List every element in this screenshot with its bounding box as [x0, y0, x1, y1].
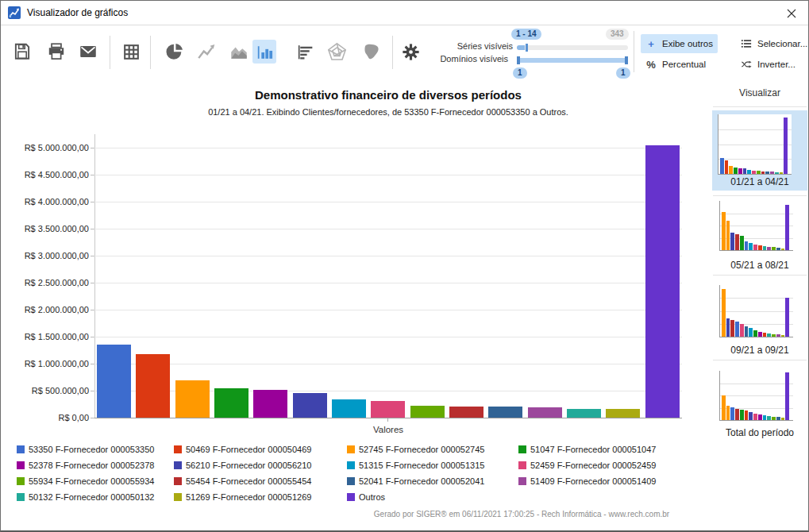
bar-15[interactable]	[645, 145, 680, 418]
legend-item: 55454 F-Fornecedor 000055454	[174, 476, 311, 486]
thumbnail-gridline	[720, 395, 793, 396]
pie-chart-button[interactable]	[163, 40, 187, 64]
chart-viewer-window: Visualizador de gráficos Séri	[0, 0, 809, 532]
thumbnail-bar	[785, 372, 789, 420]
gridline	[94, 310, 682, 310]
legend-item: 51315 F-Fornecedor 000051315	[347, 461, 484, 470]
inverter-button[interactable]: Inverter...	[736, 55, 800, 74]
legend-swatch	[518, 461, 526, 469]
bar-6[interactable]	[293, 393, 327, 418]
legend-label: 52041 F-Fornecedor 000052041	[359, 476, 484, 486]
save-icon	[12, 41, 33, 62]
selecionar-button[interactable]: Selecionar...	[736, 34, 809, 53]
legend-swatch	[17, 477, 25, 485]
thumbnail-bar	[785, 205, 789, 250]
thumbnail-label-3[interactable]: 09/21 a 09/21	[712, 345, 807, 356]
domain-max-badge: 1	[616, 67, 630, 79]
print-button[interactable]	[44, 40, 68, 64]
y-tick-mark	[91, 337, 94, 337]
percentual-button[interactable]: % Percentual	[641, 55, 711, 74]
legend-item: 55934 F-Fornecedor 000055934	[17, 476, 154, 486]
legend-swatch	[174, 493, 182, 501]
bar-11[interactable]	[488, 407, 522, 418]
bar-9[interactable]	[410, 406, 445, 418]
brazil-map-button[interactable]	[359, 40, 383, 64]
toolbar-separator	[634, 31, 634, 72]
exibe-outros-button[interactable]: + Exibe outros	[641, 34, 718, 53]
table-view-button[interactable]	[119, 40, 143, 64]
gridline	[94, 364, 682, 364]
bar-12[interactable]	[528, 407, 562, 418]
toolbar-separator	[110, 36, 110, 69]
thumbnail-bar	[740, 324, 744, 337]
thumbnail-bar	[753, 245, 757, 250]
legend-swatch	[347, 493, 355, 501]
sidebar-separator	[713, 360, 807, 360]
thumbnail-bar	[726, 318, 730, 337]
toolbar-separator	[392, 36, 393, 69]
sidebar-separator	[713, 195, 807, 196]
thumbnail-gridline	[718, 145, 792, 145]
thumbnail-bar	[753, 330, 757, 337]
thumbnail-bar	[722, 212, 726, 250]
bar-1[interactable]	[97, 345, 131, 418]
thumbnail-bar	[735, 409, 739, 420]
domains-slider[interactable]	[517, 58, 628, 63]
series-slider[interactable]	[517, 45, 628, 50]
save-button[interactable]	[10, 40, 34, 64]
thumbnail-bar	[730, 233, 734, 250]
domains-slider-handle-left[interactable]	[517, 56, 520, 64]
bar-7[interactable]	[332, 399, 366, 418]
legend-label: 52745 F-Fornecedor 000052745	[359, 445, 484, 454]
radar-chart-button[interactable]	[325, 40, 349, 64]
app-icon	[8, 6, 21, 19]
bar-4[interactable]	[214, 388, 248, 418]
bar-5[interactable]	[253, 390, 287, 418]
bar-3[interactable]	[175, 380, 210, 418]
thumbnail-chart-1[interactable]	[718, 114, 792, 175]
domains-slider-handle-right[interactable]	[625, 56, 628, 64]
thumbnail-bar	[776, 417, 780, 420]
print-icon	[46, 41, 67, 62]
legend-label: 51315 F-Fornecedor 000051315	[359, 461, 484, 470]
horizontal-bar-chart-button[interactable]	[293, 40, 317, 64]
thumbnail-bar	[767, 416, 771, 420]
legend-label: 53350 F-Fornecedor 000053350	[29, 445, 154, 454]
bar-14[interactable]	[606, 409, 640, 418]
thumbnail-gridline	[720, 384, 793, 384]
toolbar-separator	[150, 36, 151, 69]
bar-chart-button[interactable]	[252, 40, 276, 64]
line-chart-button[interactable]	[195, 40, 218, 64]
y-tick-label: R$ 1.000.000,00	[10, 359, 89, 368]
y-axis-line	[94, 134, 95, 418]
thumbnail-label-4[interactable]: Total do período	[712, 427, 807, 438]
thumbnail-chart-2[interactable]	[719, 201, 793, 251]
email-button[interactable]	[76, 40, 100, 64]
window-title: Visualizador de gráficos	[27, 7, 128, 18]
y-tick-mark	[91, 256, 94, 256]
chart-title: Demonstrativo financeiro de diversos per…	[94, 88, 682, 102]
plus-icon: +	[645, 38, 657, 50]
thumbnail-chart-4[interactable]	[719, 371, 793, 421]
legend-label: 50469 F-Fornecedor 000050469	[186, 445, 311, 454]
close-icon[interactable]	[784, 6, 799, 21]
thumbnail-label-1[interactable]: 01/21 a 04/21	[712, 176, 807, 187]
y-tick-label: R$ 500.000,00	[10, 386, 89, 395]
settings-button[interactable]	[399, 40, 422, 64]
thumbnail-label-2[interactable]: 05/21 a 08/21	[712, 260, 807, 271]
thumbnail-bar	[745, 241, 749, 250]
bar-2[interactable]	[136, 354, 170, 418]
bar-13[interactable]	[567, 409, 601, 418]
thumbnail-chart-3[interactable]	[719, 285, 793, 337]
legend-item: 53350 F-Fornecedor 000053350	[17, 445, 154, 454]
bar-10[interactable]	[449, 407, 483, 418]
area-chart-button[interactable]	[227, 40, 251, 64]
series-slider-handle[interactable]	[526, 44, 528, 52]
thumbnail-bar	[772, 334, 776, 337]
thumbnail-bar	[740, 410, 744, 420]
thumbnail-bar	[730, 320, 734, 337]
thumbnail-bar	[749, 412, 753, 420]
thumbnail-bar	[735, 234, 739, 250]
bar-8[interactable]	[371, 401, 405, 418]
y-tick-mark	[91, 202, 94, 202]
